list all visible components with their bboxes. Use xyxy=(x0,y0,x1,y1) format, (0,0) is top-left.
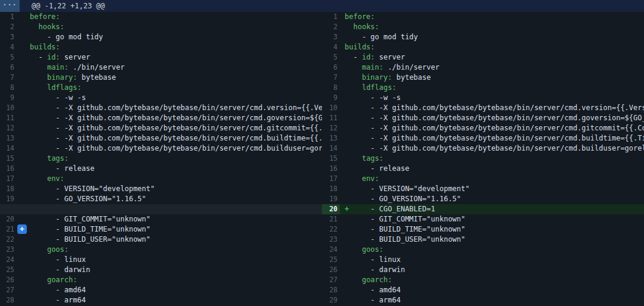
line-number[interactable]: 22 xyxy=(0,235,18,245)
line-number[interactable]: 6 xyxy=(0,63,18,73)
line-number[interactable]: 22 xyxy=(322,224,340,235)
line-number[interactable]: 8 xyxy=(0,83,18,93)
line-number[interactable]: 8 xyxy=(322,83,340,93)
yaml-text: - arm64 xyxy=(30,296,86,304)
line-number[interactable]: 15 xyxy=(0,154,18,164)
line-number[interactable]: 1 xyxy=(322,12,340,22)
line-number[interactable]: 14 xyxy=(0,143,18,154)
line-number[interactable]: 2 xyxy=(0,22,18,32)
line-number[interactable]: 4 xyxy=(0,42,18,52)
line-number[interactable]: 27 xyxy=(322,275,340,285)
line-number[interactable]: 9 xyxy=(322,93,340,103)
diff-line: 11 - -X github.com/bytebase/bytebase/bin… xyxy=(322,113,644,123)
line-number[interactable]: 13 xyxy=(0,133,18,143)
yaml-text xyxy=(345,245,362,254)
yaml-text: - amd64 xyxy=(345,286,401,294)
line-number[interactable]: 3 xyxy=(322,32,340,42)
yaml-text xyxy=(30,63,47,71)
line-number[interactable]: 28 xyxy=(0,295,18,305)
code-text: - -X github.com/bytebase/bytebase/bin/se… xyxy=(18,103,322,113)
yaml-text: - -X github.com/bytebase/bytebase/bin/se… xyxy=(345,104,644,112)
line-number[interactable]: 19 xyxy=(0,194,18,204)
line-number[interactable]: 29 xyxy=(322,295,340,305)
yaml-text: - xyxy=(345,53,362,61)
code-text: - amd64 xyxy=(340,285,644,295)
line-number[interactable]: 3 xyxy=(0,32,18,42)
line-number[interactable]: 12 xyxy=(0,123,18,133)
diff-line: 14 - -X github.com/bytebase/bytebase/bin… xyxy=(0,143,322,154)
code-text: - BUILD_TIME="unknown" xyxy=(18,224,322,235)
line-number[interactable]: 2 xyxy=(322,22,340,32)
line-number[interactable]: 19 xyxy=(322,194,340,204)
yaml-text xyxy=(30,245,47,254)
line-number[interactable]: 5 xyxy=(0,52,18,63)
diff-line: 19 - GO_VERSION="1.16.5" xyxy=(0,194,322,204)
line-number[interactable]: 17 xyxy=(322,174,340,184)
line-number[interactable]: 28 xyxy=(322,285,340,295)
line-number[interactable]: 11 xyxy=(322,113,340,123)
line-number[interactable]: 9 xyxy=(0,93,18,103)
yaml-text: - darwin xyxy=(345,266,405,274)
line-number[interactable]: 23 xyxy=(322,235,340,245)
diff-line: 6 main: ./bin/server xyxy=(0,63,322,73)
line-number[interactable]: 20 xyxy=(0,214,18,224)
code-text: goos: xyxy=(18,245,322,255)
yaml-text: - -X github.com/bytebase/bytebase/bin/se… xyxy=(345,134,644,142)
line-number[interactable]: 13 xyxy=(322,133,340,143)
line-number[interactable]: 16 xyxy=(0,164,18,174)
line-number[interactable]: 15 xyxy=(322,154,340,164)
line-number[interactable]: 26 xyxy=(0,275,18,285)
add-comment-button[interactable]: + xyxy=(17,224,27,234)
line-number[interactable]: 10 xyxy=(322,103,340,113)
yaml-text: ./bin/server xyxy=(383,63,439,71)
code-text: - CGO_ENABLED=1 xyxy=(340,204,644,214)
line-number[interactable]: 17 xyxy=(0,174,18,184)
code-text: - -X github.com/bytebase/bytebase/bin/se… xyxy=(18,113,322,123)
line-number[interactable]: 21 xyxy=(0,224,18,235)
line-number[interactable]: 26 xyxy=(322,265,340,275)
line-number[interactable]: 18 xyxy=(0,184,18,194)
diff-line: 10 - -X github.com/bytebase/bytebase/bin… xyxy=(0,103,322,113)
diff-line: 11 - -X github.com/bytebase/bytebase/bin… xyxy=(0,113,322,123)
yaml-text: - -X github.com/bytebase/bytebase/bin/se… xyxy=(30,124,322,132)
code-text: - release xyxy=(340,164,644,174)
diff-line: 15 tags: xyxy=(0,154,322,164)
diff-line: 20 - GIT_COMMIT="unknown" xyxy=(0,214,322,224)
line-number[interactable]: 6 xyxy=(322,63,340,73)
line-number[interactable]: 25 xyxy=(0,265,18,275)
line-number[interactable]: 10 xyxy=(0,103,18,113)
line-number[interactable]: 23 xyxy=(0,245,18,255)
line-number[interactable]: 5 xyxy=(322,52,340,63)
yaml-key: id: xyxy=(47,53,60,61)
line-number[interactable]: 24 xyxy=(0,255,18,265)
line-number[interactable]: 18 xyxy=(322,184,340,194)
line-number[interactable]: 20 xyxy=(322,204,340,214)
yaml-text: - -X github.com/bytebase/bytebase/bin/se… xyxy=(30,144,322,152)
code-text: - id: server xyxy=(340,52,644,63)
line-number[interactable]: 11 xyxy=(0,113,18,123)
line-number[interactable]: 4 xyxy=(322,42,340,52)
line-number[interactable]: 16 xyxy=(322,164,340,174)
yaml-key: binary: xyxy=(362,73,392,82)
line-number[interactable]: 24 xyxy=(322,245,340,255)
line-number[interactable]: 27 xyxy=(0,285,18,295)
line-number[interactable]: 7 xyxy=(0,73,18,83)
diff-line: 2 hooks: xyxy=(322,22,644,32)
expand-diff-button[interactable]: ··· xyxy=(0,0,20,12)
code-text: - -X github.com/bytebase/bytebase/bin/se… xyxy=(340,133,644,143)
diff-line: 16 - release xyxy=(322,164,644,174)
diff-line: 3 - go mod tidy xyxy=(0,32,322,42)
code-text: ldflags: xyxy=(18,83,322,93)
diff-line: 14 - -X github.com/bytebase/bytebase/bin… xyxy=(322,143,644,154)
yaml-text: - release xyxy=(345,164,409,173)
code-text: hooks: xyxy=(18,22,322,32)
line-number[interactable]: 1 xyxy=(0,12,18,22)
yaml-key: before: xyxy=(30,13,60,21)
line-number[interactable]: 21 xyxy=(322,214,340,224)
line-number[interactable]: 7 xyxy=(322,73,340,83)
line-number[interactable]: 14 xyxy=(322,143,340,154)
line-number[interactable]: 12 xyxy=(322,123,340,133)
code-text: - amd64 xyxy=(18,285,322,295)
diff-line: 25 - linux xyxy=(322,255,644,265)
line-number[interactable]: 25 xyxy=(322,255,340,265)
